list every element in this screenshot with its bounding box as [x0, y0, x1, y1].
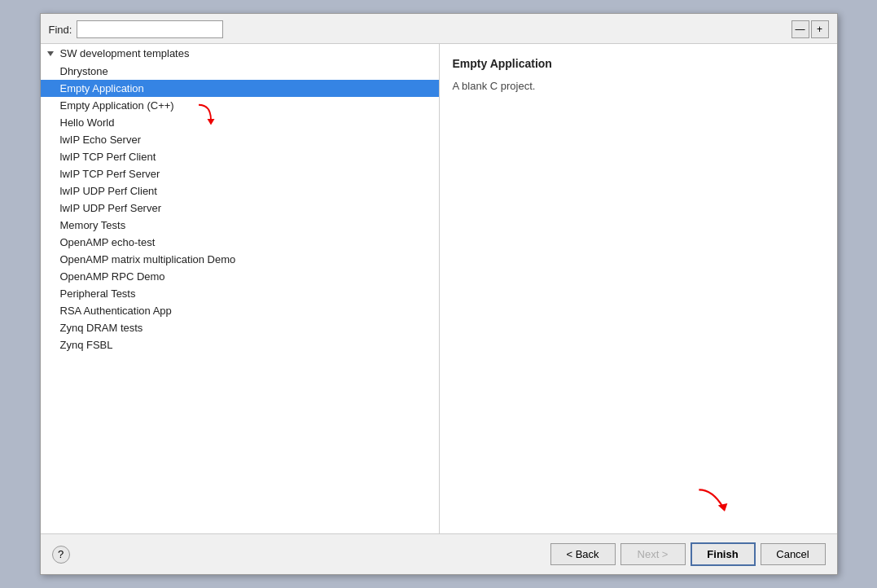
tree-item-dhrystone[interactable]: Dhrystone [41, 63, 439, 80]
tree-item-lwip-udp-perf-client[interactable]: lwIP UDP Perf Client [41, 182, 439, 200]
tree-item-memory-tests[interactable]: Memory Tests [41, 217, 439, 234]
footer-left: ? [52, 546, 70, 564]
tree-item-lwip-tcp-perf-server[interactable]: lwIP TCP Perf Server [41, 165, 439, 182]
preview-description: A blank C project. [453, 80, 824, 92]
next-button[interactable]: Next > [620, 543, 686, 565]
find-buttons: — + [791, 20, 829, 38]
tree-item-hello-world[interactable]: Hello World [41, 114, 439, 131]
tree-item-zynq-fsbl[interactable]: Zynq FSBL [41, 336, 439, 353]
tree-root-chevron [47, 51, 54, 56]
dialog-footer: ? < Back Next > Finish Cancel [41, 533, 837, 574]
preview-panel: Empty Application A blank C project. [440, 44, 837, 533]
footer-right: < Back Next > Finish Cancel [550, 542, 826, 566]
tree-item-openamp-matrix[interactable]: OpenAMP matrix multiplication Demo [41, 251, 439, 268]
collapse-button[interactable]: — [791, 20, 809, 38]
tree-root-label: SW development templates [60, 47, 190, 59]
main-content: SW development templates Dhrystone Empty… [41, 44, 837, 533]
finish-button[interactable]: Finish [691, 542, 756, 566]
find-label: Find: [49, 24, 72, 36]
tree-item-zynq-dram[interactable]: Zynq DRAM tests [41, 319, 439, 336]
template-tree: SW development templates Dhrystone Empty… [41, 44, 440, 533]
tree-item-empty-application-cpp[interactable]: Empty Application (C++) [41, 97, 439, 114]
tree-item-rsa-auth[interactable]: RSA Authentication App [41, 302, 439, 319]
expand-button[interactable]: + [811, 20, 829, 38]
cancel-button[interactable]: Cancel [761, 543, 826, 565]
tree-root-sw-templates[interactable]: SW development templates [41, 44, 439, 63]
tree-item-openamp-rpc[interactable]: OpenAMP RPC Demo [41, 268, 439, 285]
tree-item-peripheral-tests[interactable]: Peripheral Tests [41, 285, 439, 302]
tree-item-openamp-echo[interactable]: OpenAMP echo-test [41, 234, 439, 251]
preview-title: Empty Application [453, 57, 824, 70]
new-project-dialog: Find: — + SW development templates Dhrys… [40, 13, 838, 575]
help-button[interactable]: ? [52, 546, 70, 564]
find-input[interactable] [77, 20, 223, 38]
tree-item-lwip-echo[interactable]: lwIP Echo Server [41, 131, 439, 148]
tree-item-lwip-udp-perf-server[interactable]: lwIP UDP Perf Server [41, 200, 439, 217]
find-row: Find: — + [41, 14, 837, 44]
back-button[interactable]: < Back [550, 543, 616, 565]
tree-item-lwip-tcp-perf-client[interactable]: lwIP TCP Perf Client [41, 148, 439, 165]
tree-item-empty-application[interactable]: Empty Application [41, 80, 439, 97]
